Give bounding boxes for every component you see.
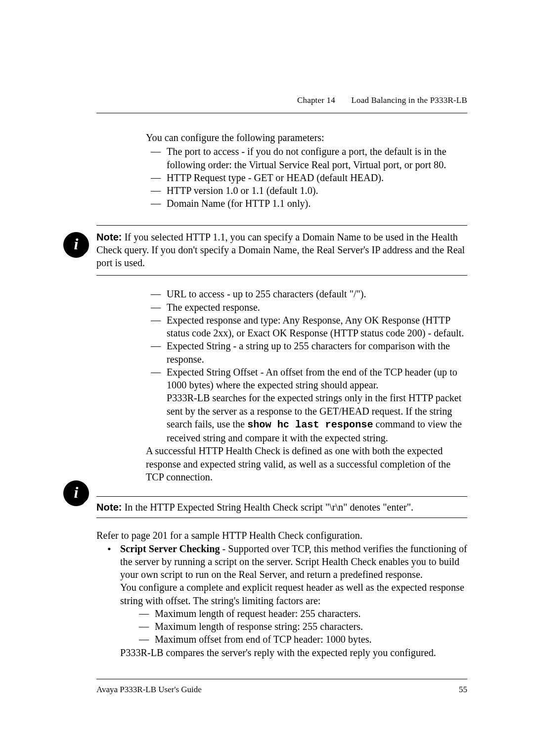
bullet-tail-para: P333R-LB compares the server's reply wit… (120, 646, 467, 659)
note-body: Note: In the HTTP Expected String Health… (96, 501, 467, 514)
list-item: Maximum length of response string: 255 c… (134, 620, 467, 633)
note-label: Note: (96, 502, 122, 513)
page-number: 55 (459, 684, 467, 695)
limiting-factors-list: Maximum length of request header: 255 ch… (134, 607, 467, 646)
list-item: The port to access - if you do not confi… (146, 145, 467, 171)
footer-left: Avaya P333R-LB User's Guide (96, 684, 202, 695)
list-item-expected-offset: Expected String Offset - An offset from … (146, 366, 467, 445)
bullet-strong: Script Server Checking (120, 543, 220, 554)
running-header: Chapter 14 Load Balancing in the P333R-L… (96, 0, 467, 113)
divider (96, 496, 467, 497)
config-params-list: The port to access - if you do not confi… (146, 145, 467, 210)
chapter-label: Chapter 14 (297, 95, 335, 105)
note-text: If you selected HTTP 1.1, you can specif… (96, 232, 465, 269)
note-text: In the HTTP Expected String Health Check… (125, 502, 413, 513)
list-item: Expected response and type: Any Response… (146, 314, 467, 340)
tcp-success-para: A successful HTTP Health Check is define… (146, 444, 467, 483)
list-item: Maximum offset from end of TCP header: 1… (134, 633, 467, 646)
dash-list: URL to access - up to 255 characters (de… (146, 287, 467, 444)
refer-text: Refer to page 201 for a sample HTTP Heal… (96, 529, 467, 542)
note-label: Note: (96, 232, 122, 242)
list-item: The expected response. (146, 301, 467, 314)
list-item: Expected String - a string up to 255 cha… (146, 339, 467, 366)
chapter-title: Load Balancing in the P333R-LB (351, 95, 467, 105)
divider (96, 275, 467, 276)
bullet-para2: You configure a complete and explicit re… (120, 581, 467, 607)
item-text-a: Expected String Offset - An offset from … (167, 367, 457, 390)
note-domain-name: Note: If you selected HTTP 1.1, you can … (96, 225, 467, 276)
script-server-bullet: Script Server Checking - Supported over … (107, 542, 467, 659)
note-escape-chars: Note: In the HTTP Expected String Health… (96, 496, 467, 518)
note-body: Note: If you selected HTTP 1.1, you can … (96, 231, 467, 270)
page-content: Chapter 14 Load Balancing in the P333R-L… (96, 0, 467, 659)
list-item: URL to access - up to 255 characters (de… (146, 287, 467, 300)
divider (96, 225, 467, 226)
list-item: Domain Name (for HTTP 1.1 only). (146, 197, 467, 210)
list-item: HTTP version 1.0 or 1.1 (default 1.0). (146, 184, 467, 197)
additional-params-list: URL to access - up to 255 characters (de… (146, 287, 467, 444)
info-icon: i (63, 480, 89, 506)
list-item: Maximum length of request header: 255 ch… (134, 607, 467, 620)
divider (96, 518, 467, 518)
config-params-block: You can configure the following paramete… (146, 131, 467, 210)
config-params-lead: You can configure the following paramete… (146, 131, 467, 144)
page-footer: Avaya P333R-LB User's Guide 55 (96, 679, 467, 695)
list-item: HTTP Request type - GET or HEAD (default… (146, 171, 467, 184)
code-text: show hc last response (247, 419, 373, 430)
info-icon: i (63, 232, 89, 258)
